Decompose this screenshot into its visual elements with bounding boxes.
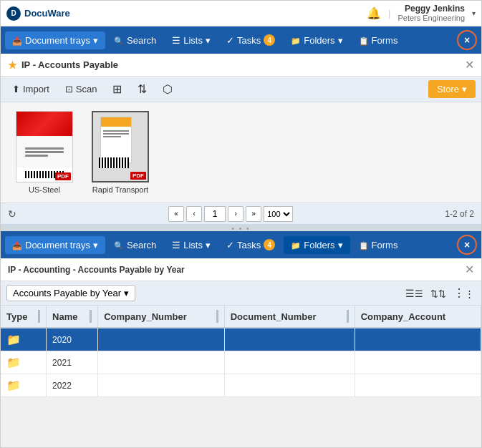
lists-chevron-icon-p2: [206, 240, 211, 250]
tasks-icon-pane1: [226, 35, 234, 46]
user-menu-chevron-icon[interactable]: ▾: [472, 9, 476, 17]
pane1-title-text: IP - Accounts Payable: [21, 59, 118, 70]
folders-button-pane1[interactable]: Folders: [284, 31, 350, 49]
grid-view-button[interactable]: [107, 79, 127, 99]
lists-button-pane2[interactable]: Lists: [165, 236, 218, 254]
cell-type-0: 📁: [1, 328, 47, 351]
list-view-button[interactable]: ☰: [404, 286, 425, 301]
search-icon-pane1: [114, 35, 124, 46]
divider-handle[interactable]: • • •: [1, 225, 481, 231]
pane2-title-bar: IP - Accounting - Accounts Payable by Ye…: [1, 258, 481, 281]
store-chevron-icon: [462, 84, 467, 94]
prev-page-button[interactable]: ‹: [186, 206, 202, 222]
scan-label: Scan: [76, 84, 97, 94]
cell-company-number-2: [98, 374, 224, 397]
search-icon-p2: [114, 240, 124, 250]
filter-chevron-icon: [124, 288, 129, 298]
us-steel-pdf-badge: PDF: [55, 172, 71, 180]
import-button[interactable]: Import: [6, 81, 55, 97]
favorite-star-icon[interactable]: ★: [8, 59, 17, 71]
col-header-name: Name: [47, 306, 98, 328]
import-label: Import: [23, 84, 49, 94]
pane1-title-area: ★ IP - Accounts Payable: [8, 59, 118, 71]
last-page-button[interactable]: »: [246, 206, 261, 222]
doctray-label-p2: Document trays: [25, 240, 90, 250]
table-row[interactable]: 📁 2020: [1, 328, 481, 351]
doc-thumbnail-rapid-transport[interactable]: PDF Rapid Transport: [88, 111, 153, 194]
cell-company-account-0: [355, 328, 481, 351]
pagination-controls: « ‹ › » 100 50 25: [168, 206, 293, 222]
folders-chevron-icon: [338, 35, 343, 46]
col-resize-document-number[interactable]: [347, 310, 349, 323]
sortcol-icon: ⇅: [430, 288, 446, 299]
tasks-button-pane2[interactable]: Tasks 4: [219, 235, 282, 254]
tasks-icon-p2: [226, 240, 234, 250]
page-size-select[interactable]: 100 50 25: [264, 206, 293, 222]
lists-chevron-icon: [206, 35, 211, 46]
page-info-text: 1-2 of 2: [445, 209, 474, 219]
bell-icon[interactable]: 🔔: [367, 6, 381, 20]
sort-button[interactable]: [132, 79, 153, 99]
folders-button-pane2[interactable]: Folders: [284, 236, 350, 254]
more-options-button[interactable]: ⋮: [452, 285, 476, 301]
forms-icon-pane1: [359, 35, 369, 46]
close-pane2-button[interactable]: ×: [457, 235, 477, 255]
close-pane1-button[interactable]: ×: [457, 30, 477, 50]
user-name: Peggy Jenkins: [397, 4, 465, 14]
filter-dropdown[interactable]: Accounts Payable by Year: [6, 285, 135, 301]
cell-document-number-1: [224, 351, 355, 374]
doctrays-chevron-icon-p2: [93, 240, 98, 250]
folders-icon-pane1: [291, 35, 301, 46]
table-row[interactable]: 📁 2022: [1, 374, 481, 397]
col-header-company-account: Company_Account: [355, 306, 481, 328]
doc-thumbnail-us-steel[interactable]: PDF US-Steel: [12, 111, 77, 194]
folders-label-p2: Folders: [304, 240, 334, 250]
table-row[interactable]: 📁 2021: [1, 351, 481, 374]
rapid-transport-label: Rapid Transport: [92, 185, 148, 194]
lists-button-pane1[interactable]: Lists: [165, 31, 218, 49]
cell-document-number-0: [224, 328, 355, 351]
tasks-label-pane1: Tasks: [237, 35, 261, 46]
store-button[interactable]: Store: [428, 80, 476, 98]
doctray-button[interactable]: Document trays: [5, 31, 105, 49]
first-page-button[interactable]: «: [168, 206, 184, 222]
filter-label: Accounts Payable by Year: [13, 288, 121, 298]
listview-icon: ☰: [405, 288, 423, 299]
page-number-input[interactable]: [204, 206, 226, 222]
col-resize-company-number[interactable]: [216, 310, 218, 323]
cell-company-account-2: [355, 374, 481, 397]
search-button-pane2[interactable]: Search: [107, 236, 163, 254]
sort-columns-button[interactable]: ⇅: [429, 286, 448, 301]
col-resize-type[interactable]: [38, 310, 40, 323]
scan-button[interactable]: Scan: [59, 81, 103, 97]
forms-label-pane1: Forms: [372, 35, 398, 46]
pane1-toolbar: Import Scan Store: [1, 77, 481, 102]
pane1: ★ IP - Accounts Payable ✕ Import Scan St…: [1, 54, 481, 225]
folders-chevron-icon-p2: [338, 240, 343, 250]
folder-table: Type Name Company_Number Document_Number…: [1, 306, 481, 397]
doctray-label: Document trays: [25, 35, 90, 46]
col-resize-name[interactable]: [90, 310, 92, 323]
pane1-close-icon[interactable]: ✕: [465, 59, 474, 71]
folder-icon-1: 📁: [6, 356, 21, 369]
thumbnails-area: PDF US-Steel PDF: [1, 102, 481, 203]
forms-button-pane1[interactable]: Forms: [352, 31, 405, 49]
folders-icon-p2: [291, 240, 301, 250]
rapid-transport-pdf-badge: PDF: [130, 172, 146, 180]
refresh-icon[interactable]: ↻: [8, 208, 16, 220]
lists-label-pane1: Lists: [183, 35, 203, 46]
next-page-button[interactable]: ›: [228, 206, 244, 222]
search-label-pane1: Search: [127, 35, 156, 46]
doctray-button-pane2[interactable]: Document trays: [5, 236, 105, 254]
user-info: Peggy Jenkins Peters Engineering: [397, 4, 465, 24]
sub-toolbar-icons: ☰ ⇅ ⋮: [404, 285, 476, 301]
doctrays-icon: [12, 35, 22, 46]
db-button[interactable]: [157, 79, 178, 99]
doctrays-icon-p2: [12, 240, 22, 250]
pagination-row: ↻ « ‹ › » 100 50 25 1-2 of 2: [1, 203, 481, 224]
forms-button-pane2[interactable]: Forms: [352, 236, 405, 254]
search-button-pane1[interactable]: Search: [107, 31, 163, 49]
pane2-close-icon[interactable]: ✕: [465, 264, 474, 276]
tasks-button-pane1[interactable]: Tasks 4: [219, 31, 282, 49]
col-header-company-number: Company_Number: [98, 306, 224, 328]
